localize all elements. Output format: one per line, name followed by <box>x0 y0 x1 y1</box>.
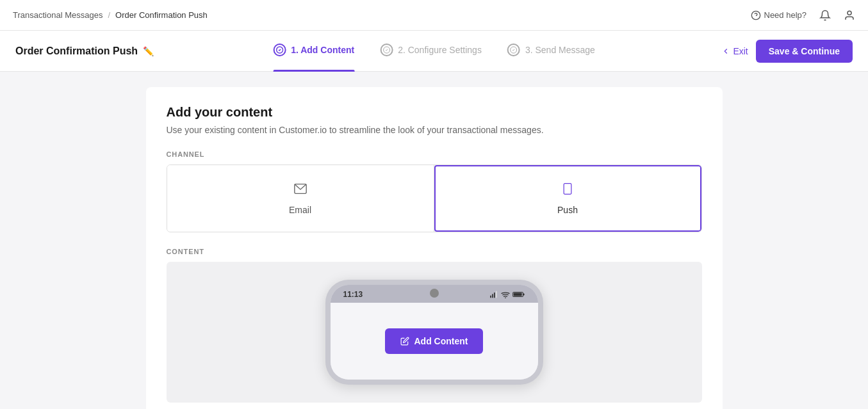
svg-rect-7 <box>564 184 571 195</box>
page-title-area: Order Confirmation Push ✏️ <box>15 45 154 57</box>
channel-label: CHANNEL <box>167 150 702 158</box>
step-3-label: 3. Send Message <box>525 45 595 55</box>
phone-status-icons <box>489 291 525 298</box>
phone-top-bar: 11:13 <box>331 285 538 303</box>
channel-option-push[interactable]: Push <box>434 165 701 232</box>
user-icon[interactable] <box>844 10 855 21</box>
phone-mockup: 11:13 <box>325 280 543 385</box>
breadcrumb: Transactional Messages / Order Confirmat… <box>13 10 208 20</box>
phone-content-area: Add Content <box>331 303 538 380</box>
step-1-circle <box>273 44 286 56</box>
channel-push-label: Push <box>557 205 578 215</box>
breadcrumb-separator: / <box>108 10 110 20</box>
exit-link[interactable]: Exit <box>721 46 748 56</box>
page-title: Order Confirmation Push <box>15 45 138 57</box>
step-header: Order Confirmation Push ✏️ 1. Add Conten… <box>0 31 868 72</box>
bell-icon[interactable] <box>819 10 831 21</box>
step-2-label: 2. Configure Settings <box>398 45 482 55</box>
breadcrumb-current: Order Confirmation Push <box>115 10 208 20</box>
phone-time: 11:13 <box>343 290 363 299</box>
step-2[interactable]: 2. Configure Settings <box>380 44 482 59</box>
svg-rect-10 <box>492 294 493 298</box>
channel-email-label: Email <box>289 205 311 215</box>
svg-rect-12 <box>495 291 496 298</box>
svg-rect-11 <box>494 293 495 298</box>
phone-icon <box>561 182 574 200</box>
steps-nav: 1. Add Content 2. Configure Settings 3. … <box>273 44 595 59</box>
step-1[interactable]: 1. Add Content <box>273 44 354 59</box>
step-1-label: 1. Add Content <box>291 45 354 55</box>
phone-inner: 11:13 <box>331 285 538 380</box>
top-nav: Transactional Messages / Order Confirmat… <box>0 0 868 31</box>
card-description: Use your existing content in Customer.io… <box>167 125 702 135</box>
phone-camera <box>430 289 439 298</box>
phone-preview-area: 11:13 <box>167 262 702 403</box>
channel-options: Email Push <box>167 164 702 232</box>
content-card: Add your content Use your existing conte… <box>146 87 723 409</box>
main-content: Add your content Use your existing conte… <box>0 72 868 409</box>
svg-rect-9 <box>490 296 491 298</box>
email-icon <box>293 182 307 200</box>
help-icon <box>751 10 761 20</box>
content-label: CONTENT <box>167 248 702 255</box>
svg-point-13 <box>505 297 506 298</box>
header-actions: Exit Save & Continue <box>721 40 853 63</box>
channel-option-email[interactable]: Email <box>167 165 434 232</box>
signal-icon <box>489 291 498 298</box>
card-title: Add your content <box>167 105 702 120</box>
pencil-icon[interactable]: ✏️ <box>143 46 154 56</box>
battery-icon <box>512 291 525 298</box>
step-2-circle <box>380 44 393 56</box>
svg-rect-15 <box>523 294 524 296</box>
step-3-circle <box>507 44 520 56</box>
nav-right: Need help? <box>751 10 856 21</box>
help-link[interactable]: Need help? <box>751 10 807 20</box>
step-3[interactable]: 3. Send Message <box>507 44 595 59</box>
pencil-small-icon <box>400 337 409 346</box>
breadcrumb-parent[interactable]: Transactional Messages <box>13 10 102 20</box>
chevron-left-icon <box>721 47 730 56</box>
svg-rect-16 <box>513 293 521 296</box>
add-content-button[interactable]: Add Content <box>385 328 484 354</box>
svg-point-2 <box>848 11 851 15</box>
save-continue-button[interactable]: Save & Continue <box>756 40 853 63</box>
wifi-icon <box>501 291 510 298</box>
